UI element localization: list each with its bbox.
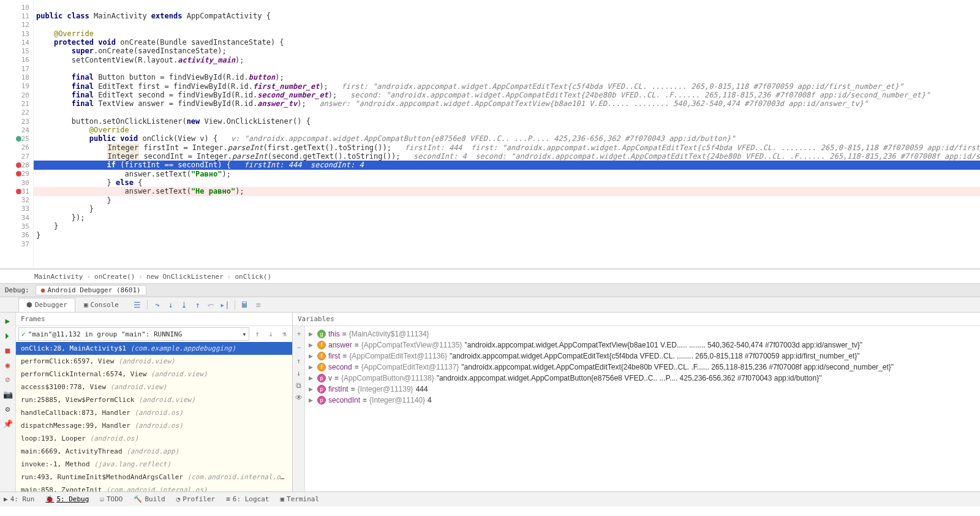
frame-item[interactable]: invoke:-1, Method (java.lang.reflect) — [16, 458, 292, 471]
frames-header: Frames — [16, 313, 292, 326]
frame-item[interactable]: access$3100:778, View (android.view) — [16, 381, 292, 393]
step-out-button[interactable]: ↑ — [192, 298, 204, 311]
variable-row[interactable]: ▶p v = {AppCompatButton@11138} "androidx… — [309, 373, 976, 384]
variables-panel: Variables ＋ － ↑ ↓ ⧉ 👁 ▶g this = {MainAct… — [293, 313, 980, 491]
code-area[interactable]: public class MainActivity extends AppCom… — [34, 0, 980, 268]
variable-row[interactable]: ▶f answer = {AppCompatTextView@11135} "a… — [309, 340, 976, 351]
step-over-button[interactable]: ↷ — [151, 298, 164, 311]
chevron-down-icon: ▾ — [242, 330, 246, 338]
frame-item[interactable]: run:25885, View$PerformClick (android.vi… — [16, 393, 292, 406]
frame-item[interactable]: run:493, RuntimeInit$MethodAndArgsCaller… — [16, 471, 292, 484]
run-to-cursor-button[interactable]: ▸| — [219, 298, 231, 311]
logcat-tool-tab[interactable]: ≡ 6: Logcat — [226, 495, 269, 503]
debug-left-toolbar: ▶ ⏵ ■ ◉ ⊘ 📷 ⚙ 📌 — [0, 313, 16, 491]
variables-header: Variables — [293, 313, 980, 326]
variable-row[interactable]: ▶p secondInt = {Integer@11140} 4 — [309, 395, 976, 406]
variable-row[interactable]: ▶f first = {AppCompatEditText@11136} "an… — [309, 351, 976, 362]
force-step-into-button[interactable]: ⤓ — [178, 298, 190, 311]
debug-tool-window-header: Debug: ● Android Debugger (8601) — [0, 284, 980, 297]
frame-item[interactable]: loop:193, Looper (android.os) — [16, 432, 292, 445]
console-icon: ▣ — [84, 301, 88, 309]
add-watch-button[interactable]: ＋ — [295, 328, 303, 339]
debug-icon: ● — [41, 286, 45, 294]
frame-item[interactable]: onClick:28, MainActivity$1 (com.example.… — [16, 342, 292, 355]
stop-button[interactable]: ■ — [2, 344, 13, 355]
variable-row[interactable]: ▶p firstInt = {Integer@11139} 444 — [309, 384, 976, 395]
mute-breakpoints-button[interactable]: ⊘ — [2, 374, 13, 385]
view-breakpoints-button[interactable]: ◉ — [2, 359, 13, 370]
breadcrumb-item[interactable]: new OnClickListener — [146, 273, 224, 281]
breadcrumb-item[interactable]: onCreate() — [94, 273, 135, 281]
frame-item[interactable]: performClickInternal:6574, View (android… — [16, 368, 292, 381]
frame-item[interactable]: handleCallback:873, Handler (android.os) — [16, 406, 292, 419]
run-tool-tab[interactable]: ▶ 4: Run — [4, 495, 34, 503]
breadcrumb[interactable]: MainActivity› onCreate()› new OnClickLis… — [0, 269, 980, 284]
variables-toolbar: ＋ － ↑ ↓ ⧉ 👁 — [293, 326, 305, 491]
frame-item[interactable]: performClick:6597, View (android.view) — [16, 355, 292, 368]
variables-tree[interactable]: ▶g this = {MainActivity$1@11134}▶f answe… — [305, 326, 980, 491]
debug-tool-tab[interactable]: 🐞 5: Debug — [45, 495, 89, 503]
breadcrumb-item[interactable]: MainActivity — [34, 273, 83, 281]
frame-item[interactable]: main:6669, ActivityThread (android.app) — [16, 445, 292, 458]
variable-row[interactable]: ▶f second = {AppCompatEditText@11137} "a… — [309, 362, 976, 373]
evaluate-expression-button[interactable]: 🖩 — [239, 298, 251, 311]
prev-frame-button[interactable]: ↑ — [252, 328, 263, 340]
remove-watch-button[interactable]: － — [295, 343, 303, 353]
editor-pane: 1011121314151617181920212223242526272829… — [0, 0, 980, 269]
layout-settings-icon[interactable]: ☰ — [131, 298, 143, 311]
build-tool-tab[interactable]: 🔨 Build — [134, 495, 165, 503]
next-frame-button[interactable]: ↓ — [265, 328, 276, 340]
frames-panel: Frames ✓"main"@11,132 in group "main": R… — [16, 313, 293, 491]
editor-gutter[interactable]: 1011121314151617181920212223242526272829… — [0, 0, 34, 268]
variable-row[interactable]: ▶g this = {MainActivity$1@11134} — [309, 328, 976, 340]
debug-body: ▶ ⏵ ■ ◉ ⊘ 📷 ⚙ 📌 Frames ✓"main"@11,132 in… — [0, 313, 980, 491]
copy-watch-button[interactable]: ⧉ — [296, 381, 301, 390]
move-up-button[interactable]: ↑ — [296, 357, 301, 365]
rerun-button[interactable]: ▶ — [2, 315, 13, 326]
step-into-button[interactable]: ↓ — [165, 298, 177, 311]
thread-selector[interactable]: ✓"main"@11,132 in group "main": RUNNING … — [18, 327, 249, 341]
debug-label: Debug: — [2, 286, 32, 294]
bottom-tool-bar: ▶ 4: Run 🐞 5: Debug ☑ TODO 🔨 Build ◔ Pro… — [0, 491, 980, 506]
todo-tool-tab[interactable]: ☑ TODO — [100, 495, 123, 503]
filter-frames-button[interactable]: ⚗ — [279, 328, 290, 340]
tab-console[interactable]: ▣ Console — [77, 298, 126, 311]
frames-list[interactable]: onClick:28, MainActivity$1 (com.example.… — [16, 342, 292, 491]
pin-tab-button[interactable]: 📌 — [2, 418, 13, 429]
trace-icon[interactable]: ≡ — [252, 298, 265, 311]
profiler-tool-tab[interactable]: ◔ Profiler — [176, 495, 216, 503]
tab-debugger[interactable]: ⬢ Debugger — [18, 298, 75, 312]
debugger-session-tab[interactable]: ● Android Debugger (8601) — [36, 285, 146, 295]
drop-frame-button[interactable]: ⤺ — [205, 298, 217, 311]
frame-item[interactable]: dispatchMessage:99, Handler (android.os) — [16, 419, 292, 432]
resume-button[interactable]: ⏵ — [2, 330, 13, 341]
move-down-button[interactable]: ↓ — [296, 369, 301, 378]
show-watches-button[interactable]: 👁 — [295, 393, 303, 402]
debugger-icon: ⬢ — [26, 301, 32, 309]
breadcrumb-item[interactable]: onClick() — [235, 273, 271, 281]
settings-button[interactable]: ⚙ — [2, 403, 13, 414]
terminal-tool-tab[interactable]: ▣ Terminal — [280, 495, 319, 503]
debug-toolbar: ⬢ Debugger ▣ Console ☰ ↷ ↓ ⤓ ↑ ⤺ ▸| 🖩 ≡ — [0, 297, 980, 313]
get-thread-dump-button[interactable]: 📷 — [2, 389, 13, 400]
frame-item[interactable]: main:858, ZygoteInit (com.android.intern… — [16, 484, 292, 491]
